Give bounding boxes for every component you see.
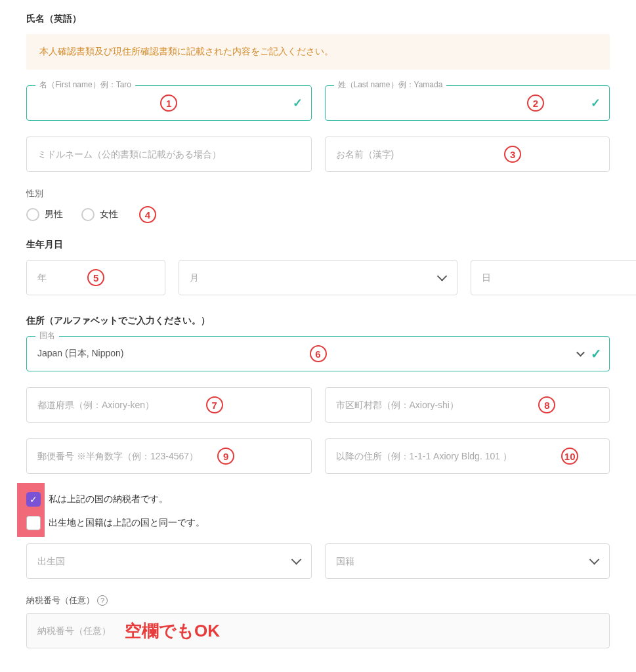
annotation-5: 5 xyxy=(87,269,104,286)
dob-month-select[interactable] xyxy=(179,260,457,295)
gender-male-radio[interactable]: 男性 xyxy=(26,208,63,221)
annotation-1: 1 xyxy=(160,94,177,112)
radio-icon xyxy=(81,208,95,221)
annotation-blank-ok: 空欄でもOK xyxy=(125,620,220,642)
notice-box: 本人確認書類及び現住所確認書類に記載された内容をご記入ください。 xyxy=(26,34,610,70)
tax-number-label: 納税番号（任意） xyxy=(26,595,95,606)
annotation-8: 8 xyxy=(538,396,555,413)
annotation-10: 10 xyxy=(561,448,578,465)
check-icon: ✓ xyxy=(591,96,601,110)
annotation-9: 9 xyxy=(217,448,234,465)
annotation-3: 3 xyxy=(504,146,521,163)
annotation-6: 6 xyxy=(310,345,327,362)
prefecture-input[interactable] xyxy=(26,387,312,423)
check-icon: ✓ xyxy=(591,346,602,362)
dob-day-input[interactable] xyxy=(471,260,636,295)
tax-number-input[interactable] xyxy=(26,613,610,648)
section-title-address: 住所（アルファベットでご入力ください。） xyxy=(26,315,610,327)
gender-label: 性別 xyxy=(26,188,610,200)
gender-female-label: 女性 xyxy=(100,209,118,220)
annotation-7: 7 xyxy=(206,396,223,413)
last-name-input[interactable] xyxy=(325,85,610,121)
birth-nationality-checkbox[interactable] xyxy=(26,516,41,530)
annotation-4: 4 xyxy=(139,206,156,223)
last-name-label: 姓（Last name）例：Yamada xyxy=(334,79,447,91)
birth-nationality-label: 出生地と国籍は上記の国と同一です。 xyxy=(49,517,205,529)
gender-female-radio[interactable]: 女性 xyxy=(81,208,118,221)
gender-male-label: 男性 xyxy=(45,209,63,220)
help-icon[interactable]: ? xyxy=(97,595,108,606)
nationality-select[interactable] xyxy=(325,543,610,579)
kanji-name-input[interactable] xyxy=(325,136,610,172)
middle-name-input[interactable] xyxy=(26,136,312,172)
first-name-label: 名（First name）例：Taro xyxy=(35,79,135,91)
check-icon: ✓ xyxy=(293,96,303,110)
taxpayer-checkbox[interactable]: ✓ xyxy=(26,492,41,507)
radio-icon xyxy=(26,208,39,221)
postal-input[interactable] xyxy=(26,438,312,474)
section-title-name-en: 氏名（英語） xyxy=(26,13,610,25)
birth-country-select[interactable] xyxy=(26,543,312,579)
annotation-2: 2 xyxy=(527,94,544,112)
taxpayer-label: 私は上記の国の納税者です。 xyxy=(49,494,168,505)
country-label: 国名 xyxy=(35,330,59,341)
country-value: Japan (日本, Nippon) xyxy=(37,348,124,360)
city-input[interactable] xyxy=(325,387,610,423)
section-title-dob: 生年月日 xyxy=(26,239,610,251)
